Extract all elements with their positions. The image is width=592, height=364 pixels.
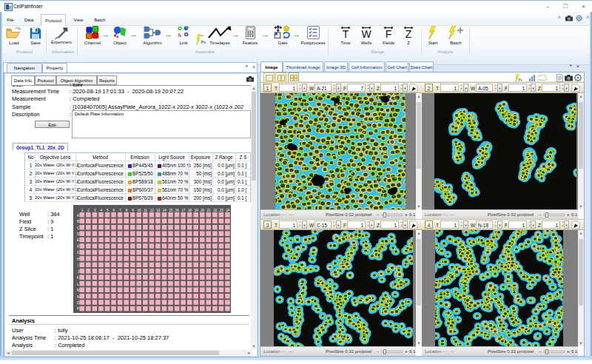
svg-text:16: 16 (175, 209, 180, 212)
svg-text:P: P (77, 307, 79, 311)
svg-text:19: 19 (194, 209, 198, 212)
svg-text:14: 14 (163, 209, 167, 212)
svg-text:A: A (77, 214, 79, 218)
svg-text:24: 24 (226, 209, 230, 212)
svg-text:E: E (77, 238, 79, 242)
svg-text:J: J (77, 270, 78, 274)
svg-text:G: G (77, 251, 80, 255)
svg-text:O: O (77, 301, 80, 305)
svg-text:10: 10 (137, 209, 141, 212)
svg-text:H: H (77, 257, 79, 261)
svg-text:M: M (77, 289, 80, 292)
svg-text:N: N (77, 295, 79, 299)
svg-text:K: K (77, 276, 79, 280)
svg-text:B: B (77, 220, 79, 223)
svg-text:13: 13 (156, 209, 161, 212)
svg-text:20: 20 (201, 209, 205, 212)
svg-text:I: I (78, 263, 78, 267)
svg-text:11: 11 (144, 209, 147, 212)
svg-text:22: 22 (213, 209, 218, 212)
svg-text:12: 12 (150, 209, 155, 212)
svg-text:15: 15 (169, 209, 173, 212)
svg-text:23: 23 (220, 209, 224, 212)
svg-text:17: 17 (181, 209, 186, 212)
svg-text:21: 21 (207, 209, 212, 212)
svg-text:18: 18 (188, 209, 192, 212)
svg-text:F: F (77, 245, 79, 249)
